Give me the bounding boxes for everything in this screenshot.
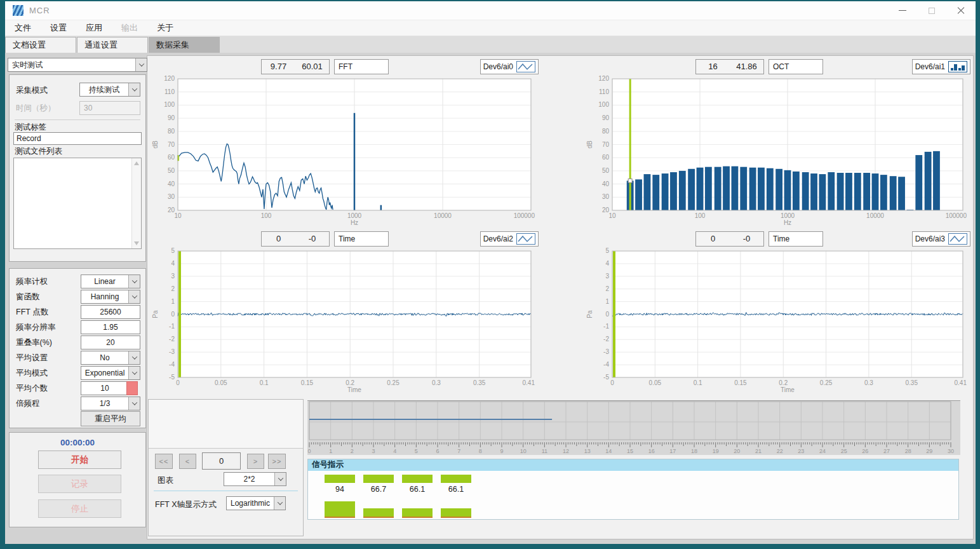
test-file-list[interactable]: [13, 158, 142, 249]
stop-button[interactable]: 停止: [38, 499, 121, 518]
svg-text:10: 10: [608, 212, 616, 219]
chevron-down-icon[interactable]: [128, 367, 140, 379]
prev-page-button[interactable]: <: [179, 454, 196, 469]
chevron-down-icon[interactable]: [128, 275, 140, 288]
chart-type-field[interactable]: Time: [769, 231, 823, 247]
signal-meters: 9466.766.166.1: [308, 471, 958, 519]
divider: [15, 119, 140, 120]
test-mode-select[interactable]: 实时测试: [8, 58, 147, 72]
svg-text:0.25: 0.25: [387, 379, 399, 386]
svg-text:1000: 1000: [781, 212, 795, 219]
fft-points-label: FFT 点数: [16, 307, 48, 318]
svg-text:30: 30: [168, 193, 175, 200]
tab-channel-settings[interactable]: 通道设置: [77, 37, 148, 53]
fft-xaxis-select[interactable]: Logarithmic: [226, 496, 286, 510]
svg-text:10000: 10000: [434, 212, 452, 219]
svg-text:30: 30: [602, 193, 610, 200]
svg-text:0.3: 0.3: [432, 379, 441, 386]
svg-text:0.05: 0.05: [215, 379, 227, 386]
chart-type-field[interactable]: Time: [334, 231, 389, 247]
last-page-button[interactable]: >>: [268, 454, 286, 469]
time-plot-ai2[interactable]: -5-4-3-2-101234500.050.10.150.20.250.30.…: [150, 248, 539, 395]
timeline-scrubber[interactable]: 0123456789101112131415161718192021222324…: [307, 400, 960, 455]
tab-data-acquisition[interactable]: 数据采集: [149, 37, 220, 53]
chevron-down-icon[interactable]: [128, 290, 140, 303]
svg-text:-3: -3: [169, 348, 175, 355]
fft-points-field[interactable]: 25600: [81, 305, 140, 319]
restart-average-button[interactable]: 重启平均: [81, 411, 140, 426]
preview-box: [149, 400, 303, 449]
menu-application[interactable]: 应用: [76, 22, 112, 34]
svg-text:9: 9: [500, 448, 503, 454]
close-button[interactable]: [946, 1, 976, 20]
svg-text:3: 3: [171, 273, 175, 280]
app-window: MCR 文件 设置 应用 输出 关于 文档设置 通道设置 数据采集 实时测试 采…: [5, 1, 976, 544]
fft-plot[interactable]: 2030405060708090100110120101001000100001…: [150, 76, 539, 228]
avg-mode-select[interactable]: Exponential: [81, 366, 140, 380]
menu-settings[interactable]: 设置: [41, 22, 76, 34]
svg-text:100: 100: [164, 101, 175, 108]
overlap-field[interactable]: 20: [81, 336, 140, 349]
svg-text:0.25: 0.25: [820, 379, 833, 386]
avg-count-field[interactable]: 10: [81, 381, 129, 395]
tabbar: 文档设置 通道设置 数据采集: [5, 36, 976, 53]
svg-text:0.2: 0.2: [779, 379, 788, 386]
channel-selector[interactable]: Dev6/ai2: [480, 231, 539, 247]
page-number-field[interactable]: 0: [202, 452, 241, 470]
start-button[interactable]: 开始: [38, 451, 121, 469]
window-function-select[interactable]: Hanning: [81, 290, 140, 304]
freq-resolution-field[interactable]: 1.95: [81, 320, 140, 334]
svg-text:100000: 100000: [514, 212, 535, 219]
run-control-group: 00:00:00 开始 记录 停止: [9, 432, 146, 527]
svg-text:110: 110: [164, 88, 175, 95]
octave-plot[interactable]: 2030405060708090100110120101001000100001…: [584, 76, 970, 228]
octave-select[interactable]: 1/3: [81, 396, 140, 410]
svg-text:Time: Time: [347, 386, 361, 393]
chart-type-field[interactable]: OCT: [769, 59, 823, 74]
chevron-down-icon[interactable]: [274, 473, 286, 485]
minimize-button[interactable]: [888, 1, 917, 20]
menu-about[interactable]: 关于: [147, 22, 183, 34]
chevron-down-icon[interactable]: [128, 83, 140, 96]
chevron-down-icon[interactable]: [274, 497, 285, 510]
svg-text:30: 30: [948, 448, 954, 454]
first-page-button[interactable]: <<: [155, 454, 173, 469]
svg-text:5: 5: [415, 448, 418, 454]
freq-resolution-label: 频率分辨率: [16, 322, 56, 333]
cursor-readout: 9.77 60.01: [261, 59, 330, 74]
svg-text:Pa: Pa: [586, 310, 593, 318]
meter-value: 66.1: [402, 485, 433, 494]
test-label-field[interactable]: Record: [13, 132, 142, 145]
channel-selector[interactable]: Dev6/ai0: [480, 59, 539, 74]
line-chart-icon: [948, 233, 967, 245]
chart-type-field[interactable]: FFT: [334, 59, 389, 74]
chevron-down-icon[interactable]: [128, 397, 140, 410]
svg-text:0: 0: [307, 448, 311, 454]
record-button[interactable]: 记录: [38, 475, 121, 493]
next-page-button[interactable]: >: [247, 454, 264, 469]
svg-text:50: 50: [168, 167, 175, 174]
acq-mode-select[interactable]: 持续测试: [79, 83, 140, 97]
scrollbar[interactable]: [131, 158, 141, 248]
line-chart-icon: [516, 61, 535, 72]
tab-document-settings[interactable]: 文档设置: [5, 37, 76, 53]
channel-selector[interactable]: Dev6/ai3: [912, 231, 970, 247]
svg-text:20: 20: [734, 448, 740, 454]
scroll-up-icon[interactable]: [134, 161, 139, 165]
maximize-button[interactable]: [917, 1, 946, 20]
avg-setting-select[interactable]: No: [81, 351, 140, 365]
avg-mode-label: 平均模式: [16, 368, 48, 379]
freq-weighting-select[interactable]: Linear: [81, 274, 140, 288]
channel-selector[interactable]: Dev6/ai1: [912, 59, 970, 74]
chart-panel-time-ai2: 0 -0 Time Dev6/ai2 -5-4-3-2-101234500.05…: [150, 231, 544, 396]
chevron-down-icon[interactable]: [128, 351, 140, 364]
time-plot-ai3[interactable]: -5-4-3-2-101234500.050.10.150.20.250.30.…: [584, 248, 970, 395]
menu-file[interactable]: 文件: [5, 22, 41, 34]
chevron-down-icon[interactable]: [135, 58, 147, 71]
chart-layout-select[interactable]: 2*2: [224, 472, 286, 486]
svg-text:0.41: 0.41: [523, 379, 535, 386]
svg-text:80: 80: [168, 128, 175, 135]
divider: [154, 491, 298, 491]
avg-count-label: 平均个数: [16, 383, 48, 394]
scroll-down-icon[interactable]: [134, 241, 139, 245]
